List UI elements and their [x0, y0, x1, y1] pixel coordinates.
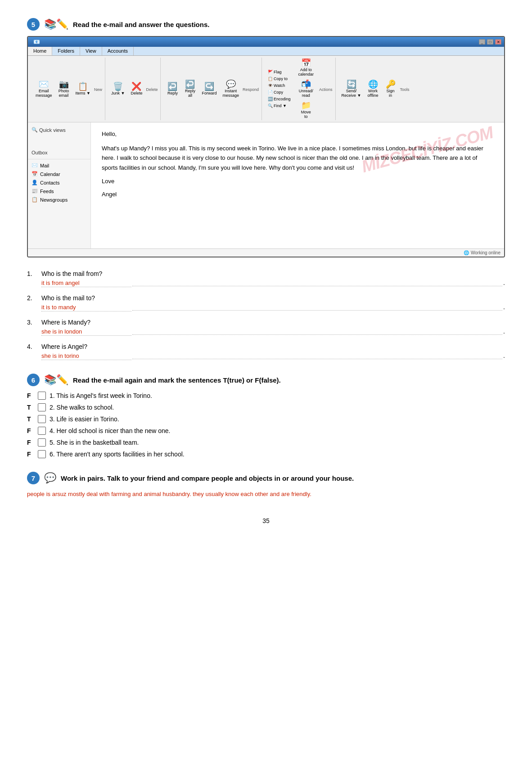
move-icon: 📁	[301, 101, 311, 109]
tools-group-label: Tools	[400, 87, 410, 92]
btn-unread[interactable]: 📬 Unread/read	[297, 79, 316, 99]
q3-answer-line: she is in london .	[41, 328, 505, 336]
sidebar-feeds[interactable]: 📰 Feeds	[28, 187, 90, 195]
btn-copy[interactable]: 📄 Copy	[266, 89, 293, 95]
email-greeting: Hello,	[102, 130, 493, 139]
section5-instruction: Read the e-mail and answer the questions…	[73, 21, 209, 28]
btn-sign-in[interactable]: 🔑 Signin	[383, 79, 399, 99]
btn-items[interactable]: 📋 Items ▼	[73, 81, 93, 97]
q3-text: Where is Mandy?	[41, 319, 505, 326]
btn-photo-email[interactable]: 📷 Photoemail	[56, 79, 72, 99]
delete-icon: ❌	[131, 82, 141, 90]
email-app-icon: 📧	[33, 39, 40, 45]
btn-move[interactable]: 📁 Moveto	[298, 100, 314, 120]
btn-reply-all[interactable]: ↩️ Replyall	[182, 79, 198, 99]
btn-delete[interactable]: ❌ Delete	[128, 81, 144, 97]
btn-send-receive[interactable]: 🔄 Send/Receive ▼	[339, 79, 364, 99]
tf-letter-4: F	[27, 427, 34, 434]
tab-view[interactable]: View	[80, 47, 102, 55]
working-online-status: 🌐 Working online	[464, 250, 500, 255]
section7-instruction: Work in pairs. Talk to your friend and c…	[61, 474, 354, 482]
btn-watch[interactable]: 👁️ Watch	[266, 82, 293, 89]
btn-encoding[interactable]: 🔤 Encoding	[266, 96, 293, 102]
q1-number: 1.	[27, 270, 38, 287]
tf-checkbox-4[interactable]	[38, 427, 46, 435]
tf-checkbox-2[interactable]	[38, 403, 46, 411]
btn-move-label: Moveto	[301, 110, 311, 119]
photo-icon: 📷	[59, 80, 69, 88]
minimize-button[interactable]: _	[479, 39, 485, 45]
maximize-button[interactable]: □	[487, 39, 493, 45]
btn-find[interactable]: 🔍 Find ▼	[266, 103, 293, 109]
btn-instant-label: Instantmessage	[222, 89, 239, 98]
q4-text: Where is Angel?	[41, 343, 505, 350]
tf-checkbox-1[interactable]	[38, 392, 46, 400]
ribbon-group-new: ✉️ Emailmessage 📷 Photoemail 📋 Items ▼ N…	[31, 58, 105, 120]
tab-home[interactable]: Home	[28, 47, 52, 55]
q3-answer: she is in london	[41, 328, 131, 336]
sidebar-calendar[interactable]: 📅 Calendar	[28, 170, 90, 178]
btn-junk[interactable]: 🗑️ Junk ▼	[109, 81, 127, 97]
q2-block: Who is the mail to? it is to mandy .	[41, 294, 505, 311]
quick-views[interactable]: 🔍 Quick views	[28, 125, 90, 135]
btn-send-receive-label: Send/Receive ▼	[342, 89, 361, 98]
q2-text: Who is the mail to?	[41, 294, 505, 302]
btn-work-offline[interactable]: 🌐 Workoffline	[365, 79, 381, 99]
section6-books-icon: 📚✏️	[44, 374, 68, 386]
q1-answer: it is from angel	[41, 280, 131, 287]
question-3: 3. Where is Mandy? she is in london .	[27, 319, 505, 336]
btn-instant-message[interactable]: 💬 Instantmessage	[220, 79, 241, 99]
tf-item-4: F 4. Her old school is nicer than the ne…	[27, 427, 505, 435]
tab-folders[interactable]: Folders	[52, 47, 80, 55]
sidebar-divider	[28, 159, 90, 159]
btn-reply[interactable]: ↩️ Reply	[164, 81, 180, 97]
email-closing: Love	[102, 177, 493, 186]
section6-header: 6 📚✏️ Read the e-mail again and mark the…	[27, 374, 505, 386]
q3-number: 3.	[27, 319, 38, 336]
sidebar-contacts[interactable]: 👤 Contacts	[28, 178, 90, 187]
btn-forward-label: Forward	[202, 91, 216, 95]
email-body-paragraph: What's up Mandy? I miss you all. This is…	[102, 144, 493, 172]
q2-period: .	[503, 303, 505, 311]
tf-item-3: T 3. Life is easier in Torino.	[27, 415, 505, 423]
tf-item-6: F 6. There aren't any sports facilities …	[27, 450, 505, 458]
q2-answer-line: it is to mandy .	[41, 303, 505, 311]
offline-icon: 🌐	[368, 80, 378, 88]
tf-text-5: 5. She is in the basketball team.	[50, 439, 139, 446]
tf-checkbox-5[interactable]	[38, 438, 46, 447]
tf-checkbox-3[interactable]	[38, 415, 46, 423]
search-icon: 🔍	[32, 127, 38, 133]
btn-email-message[interactable]: ✉️ Emailmessage	[33, 79, 54, 99]
tf-letter-5: F	[27, 439, 34, 446]
calendar-icon: 📅	[301, 59, 311, 67]
tf-letter-6: F	[27, 451, 34, 458]
new-group-label: New	[94, 87, 102, 92]
section6-instruction: Read the e-mail again and mark the sente…	[73, 376, 281, 384]
close-button[interactable]: ✕	[495, 39, 501, 45]
sidebar-mail[interactable]: ✉️ Mail	[28, 161, 90, 170]
btn-reply-label: Reply	[167, 91, 178, 95]
section7-header: 7 💬 Work in pairs. Talk to your friend a…	[27, 472, 505, 484]
mail-icon: ✉️	[32, 162, 38, 168]
tf-checkbox-6[interactable]	[38, 450, 46, 458]
btn-add-calendar[interactable]: 📅 Add tocalendar	[296, 58, 316, 78]
sidebar-newsgroups[interactable]: 📋 Newsgroups	[28, 195, 90, 204]
ribbon-group-delete: 🗑️ Junk ▼ ❌ Delete Delete	[106, 58, 161, 120]
section7-answer: people is arsuz mostly deal with farming…	[27, 490, 505, 499]
tf-text-6: 6. There aren't any sports facilities in…	[50, 451, 185, 458]
btn-forward[interactable]: ↪️ Forward	[199, 81, 219, 97]
btn-work-offline-label: Workoffline	[368, 89, 379, 98]
btn-copy-to[interactable]: 📋 Copy to	[266, 76, 293, 82]
q3-period: .	[503, 328, 505, 335]
tab-accounts[interactable]: Accounts	[102, 47, 134, 55]
items-icon: 📋	[78, 82, 88, 90]
q4-answer: she is in torino	[41, 352, 131, 360]
instant-msg-icon: 💬	[226, 80, 236, 88]
sidebar-outbox[interactable]: Outbox	[28, 148, 90, 157]
tf-letter-3: T	[27, 415, 34, 423]
send-receive-icon: 🔄	[347, 80, 356, 88]
contacts-icon: 👤	[32, 180, 38, 185]
copy-icon: 📄	[268, 90, 273, 95]
btn-flag[interactable]: 🚩 Flag	[266, 69, 293, 75]
ribbon-group-respond: ↩️ Reply ↩️ Replyall ↪️ Forward 💬 Instan…	[162, 58, 262, 120]
